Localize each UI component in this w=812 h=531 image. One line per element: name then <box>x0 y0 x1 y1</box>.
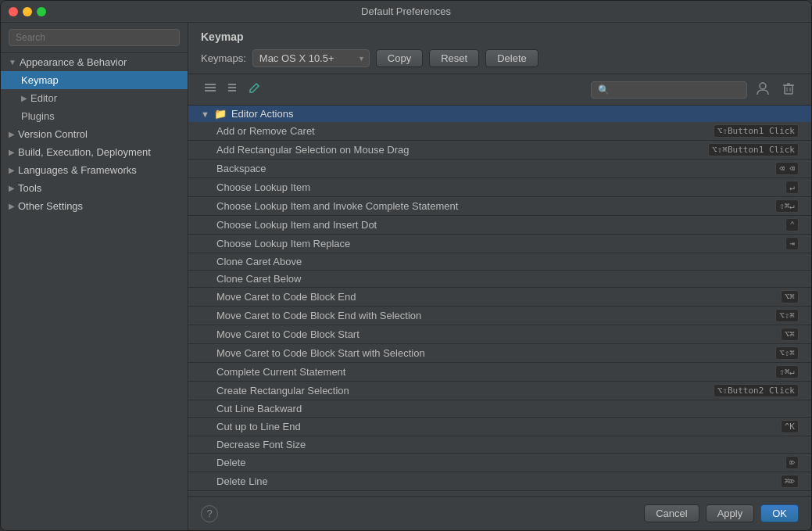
trash-icon <box>782 81 796 95</box>
action-name: Delete Line <box>216 475 781 487</box>
sidebar-item-other[interactable]: ▶ Other Settings <box>1 197 188 215</box>
table-row[interactable]: Cut up to Line End ^K <box>188 418 811 436</box>
table-row[interactable]: Move Caret to Code Block End with Select… <box>188 307 811 325</box>
action-name: Create Rectangular Selection <box>216 385 714 396</box>
trash-icon-button[interactable] <box>778 80 799 99</box>
collapse-all-icon <box>226 82 238 95</box>
keymap-select[interactable]: Mac OS X Mac OS X 10.5+ Default Emacs Ne… <box>252 49 370 67</box>
action-name: Complete Current Statement <box>216 366 775 378</box>
table-row[interactable]: Add Rectangular Selection on Mouse Drag … <box>188 141 811 160</box>
shortcut-badge: ⌥⇧⌘Button1 Click <box>708 143 799 156</box>
sidebar-item-label: Languages & Frameworks <box>18 164 137 176</box>
shortcut-badge: ⇥ <box>785 237 799 250</box>
shortcut-badge: ⌥⌘ <box>781 290 799 303</box>
table-row[interactable]: Move Caret to Code Block Start ⌥⌘ <box>188 325 811 344</box>
sidebar-item-label: Tools <box>18 182 41 194</box>
collapse-icon: ▼ <box>201 109 209 119</box>
svg-rect-0 <box>205 84 216 85</box>
chevron-icon: ▶ <box>21 94 27 102</box>
keymap-list[interactable]: ▼ 📁 Editor Actions Add or Remove Caret ⌥… <box>188 106 811 496</box>
action-name: Move Caret to Code Block Start with Sele… <box>216 347 775 359</box>
shortcut-badge: ⌥⇧⌘ <box>775 346 799 360</box>
sidebar-item-label: Plugins <box>21 110 55 122</box>
table-row[interactable]: Clone Caret Above <box>188 253 811 271</box>
action-name: Clone Caret Above <box>216 256 799 267</box>
apply-button[interactable]: Apply <box>706 504 755 522</box>
svg-rect-2 <box>205 90 216 91</box>
bottom-actions: Cancel Apply OK <box>644 504 799 522</box>
action-search-input[interactable] <box>591 81 747 99</box>
expand-all-icon <box>204 82 216 95</box>
delete-button[interactable]: Delete <box>485 49 538 67</box>
keymaps-row: Keymaps: Mac OS X Mac OS X 10.5+ Default… <box>201 49 799 67</box>
chevron-icon: ▶ <box>9 202 15 210</box>
cancel-button[interactable]: Cancel <box>644 504 699 522</box>
chevron-icon: ▶ <box>9 130 15 138</box>
svg-rect-5 <box>228 90 236 91</box>
help-button[interactable]: ? <box>201 505 218 522</box>
table-row[interactable]: Choose Lookup Item and Invoke Complete S… <box>188 197 811 216</box>
svg-rect-7 <box>785 85 792 94</box>
panel-header: Keymap Keymaps: Mac OS X Mac OS X 10.5+ … <box>188 23 811 74</box>
shortcut-badge: ⌥⌘ <box>781 328 799 341</box>
table-row[interactable]: Add or Remove Caret ⌥⇧Button1 Click <box>188 122 811 141</box>
shortcut-badge: ⇧⌘↵ <box>775 365 799 379</box>
copy-button[interactable]: Copy <box>376 49 423 67</box>
sidebar-item-editor[interactable]: ▶ Editor <box>1 89 188 107</box>
sidebar-search-input[interactable] <box>9 29 180 46</box>
shortcut-badge: ^K <box>781 420 799 433</box>
chevron-icon: ▶ <box>9 184 15 192</box>
table-row[interactable]: Move Caret to Code Block End ⌥⌘ <box>188 288 811 307</box>
table-row[interactable]: Cut Line Backward <box>188 400 811 418</box>
action-name: Choose Lookup Item Replace <box>216 238 785 249</box>
collapse-all-button[interactable] <box>223 81 241 99</box>
sidebar-item-label: Editor <box>30 92 57 104</box>
chevron-icon: ▼ <box>9 58 16 66</box>
reset-button[interactable]: Reset <box>429 49 479 67</box>
close-button[interactable] <box>9 7 18 16</box>
panel-title: Keymap <box>201 30 799 43</box>
table-row[interactable]: Create Rectangular Selection ⌥⇧Button2 C… <box>188 382 811 400</box>
right-panel: Keymap Keymaps: Mac OS X Mac OS X 10.5+ … <box>188 23 811 530</box>
svg-rect-4 <box>228 87 236 88</box>
chevron-icon: ▶ <box>9 148 15 156</box>
action-name: Move Caret to Code Block End with Select… <box>216 310 775 321</box>
maximize-button[interactable] <box>37 7 46 16</box>
table-row[interactable]: Delete ⌦ <box>188 454 811 472</box>
preferences-window: Default Preferences ▼ Appearance & Behav… <box>0 0 812 531</box>
category-row-editor-actions[interactable]: ▼ 📁 Editor Actions <box>188 106 811 122</box>
table-row[interactable]: Decrease Font Size <box>188 436 811 454</box>
table-row[interactable]: Delete Line ⌘⌦ <box>188 472 811 491</box>
keymaps-label: Keymaps: <box>201 52 246 64</box>
sidebar-item-appearance[interactable]: ▼ Appearance & Behavior <box>1 53 188 71</box>
minimize-button[interactable] <box>23 7 32 16</box>
table-row[interactable]: Choose Lookup Item ↵ <box>188 178 811 197</box>
sidebar-item-keymap[interactable]: Keymap <box>1 71 188 89</box>
window-controls <box>9 7 46 16</box>
sidebar-item-vcs[interactable]: ▶ Version Control <box>1 125 188 143</box>
expand-all-button[interactable] <box>201 81 220 99</box>
sidebar-item-tools[interactable]: ▶ Tools <box>1 179 188 197</box>
table-row[interactable]: Move Caret to Code Block Start with Sele… <box>188 344 811 363</box>
table-row[interactable]: Clone Caret Below <box>188 271 811 288</box>
table-row[interactable]: Complete Current Statement ⇧⌘↵ <box>188 363 811 382</box>
chevron-icon: ▶ <box>9 166 15 174</box>
table-row[interactable]: Backspace ⌫ ⌫ <box>188 160 811 178</box>
action-name: Add or Remove Caret <box>216 125 714 137</box>
sidebar-item-label: Build, Execution, Deployment <box>18 146 151 158</box>
table-row[interactable]: Choose Lookup Item Replace ⇥ <box>188 235 811 253</box>
folder-icon: 📁 <box>214 108 227 120</box>
shortcut-badge: ⌘⌦ <box>781 475 799 488</box>
sidebar-item-languages[interactable]: ▶ Languages & Frameworks <box>1 161 188 179</box>
action-name: Move Caret to Code Block Start <box>216 328 781 340</box>
category-label: Editor Actions <box>231 108 294 120</box>
sidebar-item-plugins[interactable]: Plugins <box>1 107 188 125</box>
table-row[interactable]: Choose Lookup Item and Insert Dot ⌃ <box>188 216 811 235</box>
sidebar-item-build[interactable]: ▶ Build, Execution, Deployment <box>1 143 188 161</box>
toolbar-row <box>188 74 811 106</box>
ok-button[interactable]: OK <box>760 504 799 522</box>
edit-shortcut-button[interactable] <box>245 81 263 99</box>
action-name: Add Rectangular Selection on Mouse Drag <box>216 144 708 156</box>
user-icon-button[interactable] <box>752 79 774 100</box>
shortcut-badge: ⇧⌘↵ <box>775 199 799 213</box>
